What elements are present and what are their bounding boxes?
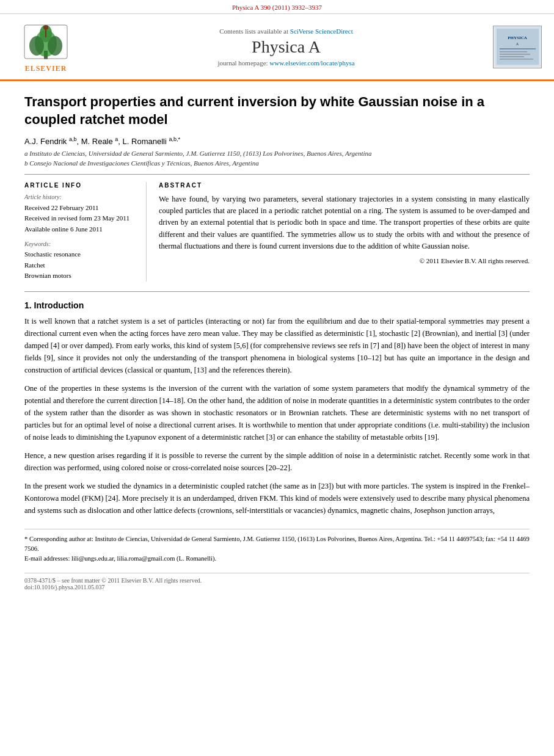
article-title: Transport properties and current inversi… [24,93,530,128]
keyword-3: Brownian motors [24,271,137,282]
available-date: Available online 6 June 2011 [24,224,137,235]
leads-text: leads [51,433,67,442]
homepage-line: journal homepage: www.elsevier.com/locat… [79,59,493,67]
revised-date: Received in revised form 23 May 2011 [24,213,137,224]
article-info-column: ARTICLE INFO Article history: Received 2… [24,182,147,282]
journal-header: ELSEVIER Contents lists available at Sci… [0,14,554,81]
affiliation-b: b Consejo Nacional de Investigaciones Ci… [24,159,530,167]
section1-para3: Hence, a new question arises regarding i… [24,449,530,474]
keywords-label: Keywords: [24,241,137,247]
history-label: Article history: [24,194,137,200]
journal-cover-icon: PHYSICA A [495,27,541,67]
section1-para1: It is well known that a ratchet system i… [24,315,530,376]
abstract-copyright: © 2011 Elsevier B.V. All rights reserved… [159,257,530,264]
journal-thumbnail: PHYSICA A [493,26,542,68]
bottom-bar: 0378-4371/$ – see front matter © 2011 El… [24,573,530,591]
keyword-2: Ratchet [24,260,137,271]
abstract-label: ABSTRACT [159,182,530,189]
main-content: Transport properties and current inversi… [0,81,554,603]
journal-ref-text: Physica A 390 (2011) 3932–3937 [232,4,322,11]
contents-line: Contents lists available at SciVerse Sci… [79,27,493,35]
journal-center-info: Contents lists available at SciVerse Sci… [79,27,493,67]
svg-rect-15 [500,56,524,57]
homepage-link[interactable]: www.elsevier.com/locate/physa [269,59,354,67]
elsevier-tree-icon [21,20,70,63]
footnote-section: * Corresponding author at: Instituto de … [24,529,530,563]
elsevier-logo: ELSEVIER [12,20,79,73]
footnote-email: E-mail addresses: lili@ungs.edu.ar, lili… [24,554,530,564]
divider-1 [24,174,530,175]
footnote-star: * Corresponding author at: Instituto de … [24,534,530,554]
divider-2 [24,291,530,292]
doi-text: doi:10.1016/j.physa.2011.05.037 [24,584,530,591]
journal-reference-bar: Physica A 390 (2011) 3932–3937 [0,0,554,14]
svg-rect-14 [500,54,530,55]
issn-text: 0378-4371/$ – see front matter © 2011 El… [24,577,530,584]
contents-text: Contents lists available at [219,27,288,35]
abstract-text: We have found, by varying two parameters… [159,194,530,253]
section1-para2: One of the properties in these systems i… [24,382,530,443]
svg-text:A: A [516,42,519,46]
svg-rect-12 [500,48,536,49]
sciverse-link[interactable]: SciVerse ScienceDirect [290,27,353,35]
abstract-column: ABSTRACT We have found, by varying two p… [159,182,530,282]
authors-text: A.J. Fendrik a,b, M. Reale a, L. Romanel… [24,137,180,146]
elsevier-brand-text: ELSEVIER [25,64,67,73]
received-date: Received 22 February 2011 [24,203,137,214]
keyword-1: Stochastic resonance [24,249,137,260]
affiliation-a: a Instituto de Ciencias, Universidad de … [24,150,530,157]
svg-rect-13 [500,51,527,53]
journal-title: Physica A [79,37,493,57]
authors-line: A.J. Fendrik a,b, M. Reale a, L. Romanel… [24,136,530,145]
article-info-label: ARTICLE INFO [24,182,137,189]
svg-point-6 [43,25,48,30]
section1-heading: 1. Introduction [24,300,530,310]
svg-rect-16 [500,59,533,60]
section1-para4: In the present work we studied the dynam… [24,480,530,517]
svg-text:PHYSICA: PHYSICA [508,35,527,40]
article-info-abstract-columns: ARTICLE INFO Article history: Received 2… [24,182,530,282]
homepage-text: journal homepage: [217,59,268,67]
